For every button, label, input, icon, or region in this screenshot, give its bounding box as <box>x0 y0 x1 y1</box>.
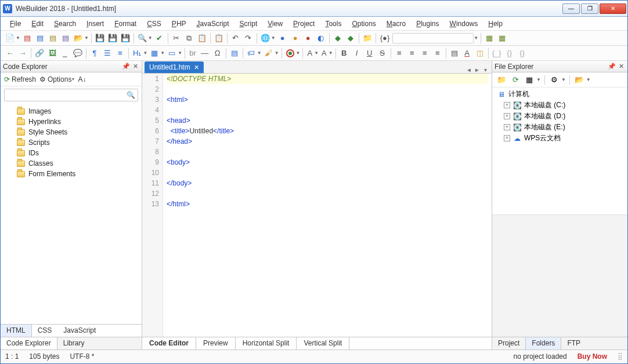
code-explorer-search[interactable]: 🔍 <box>4 89 138 101</box>
menu-help[interactable]: Help <box>483 19 507 29</box>
refresh-button[interactable]: ⟳ Refresh <box>4 75 36 83</box>
lang-tab-javascript[interactable]: JavaScript <box>57 325 102 337</box>
tag-icon[interactable]: 🏷 <box>246 48 257 59</box>
redo-icon[interactable]: ↷ <box>243 32 254 44</box>
menu-macro[interactable]: Macro <box>382 19 410 29</box>
menu-search[interactable]: Search <box>49 19 81 29</box>
upload-icon[interactable]: 📁 <box>362 32 373 44</box>
menu-view[interactable]: View <box>263 19 287 29</box>
search-icon[interactable]: 🔍 <box>136 32 148 44</box>
code-editor[interactable]: 12345678910111213 <!DOCTYPE HTML> <html>… <box>142 74 492 337</box>
omega-icon[interactable]: Ω <box>212 48 223 59</box>
align-left-icon[interactable]: ≡ <box>394 48 405 59</box>
paragraph-icon[interactable]: ¶ <box>89 48 100 59</box>
save-as-icon[interactable]: 💾 <box>120 32 131 44</box>
menu-php[interactable]: PHP <box>167 19 191 29</box>
ul-icon[interactable]: ☰ <box>102 48 113 59</box>
project-tab-project[interactable]: Project <box>492 337 525 350</box>
project-tab-ftp[interactable]: FTP <box>561 337 586 350</box>
dropdown-icon[interactable]: ▼ <box>257 50 262 56</box>
new-css-icon[interactable]: ▤ <box>34 32 46 44</box>
menu-plugins[interactable]: Plugins <box>412 19 443 29</box>
menu-edit[interactable]: Edit <box>27 19 48 29</box>
cut-icon[interactable]: ✂ <box>171 32 182 44</box>
drive-row[interactable]: +☁WPS云文档 <box>495 133 625 144</box>
pin-icon[interactable]: 📌 <box>608 63 616 71</box>
new-file-icon[interactable]: 📄 <box>4 32 16 44</box>
editor-tab[interactable]: Vertical Split <box>297 337 349 350</box>
dropdown-icon[interactable]: ▼ <box>296 50 301 56</box>
bottom-tab[interactable]: Library <box>57 337 91 350</box>
new-js-icon[interactable]: ▤ <box>47 32 59 44</box>
browser2-icon[interactable]: ● <box>290 32 301 44</box>
project-tab-folders[interactable]: Folders <box>525 337 561 350</box>
font-icon[interactable]: A <box>305 48 314 59</box>
dropdown-icon[interactable]: ▼ <box>561 77 566 82</box>
comment-icon[interactable]: 💬 <box>72 48 84 59</box>
new-php-icon[interactable]: ▤ <box>60 32 71 44</box>
tool1-icon[interactable]: ▦ <box>483 32 495 44</box>
search-input[interactable] <box>7 91 127 99</box>
browser4-icon[interactable]: ◐ <box>315 32 327 44</box>
br-icon[interactable]: br <box>187 48 198 59</box>
dropdown-icon[interactable]: ▼ <box>536 77 541 82</box>
open-folder-icon[interactable]: 📂 <box>573 74 585 86</box>
underline-icon[interactable]: U <box>364 48 376 59</box>
color-icon[interactable] <box>284 48 296 59</box>
close-panel-icon[interactable]: ✕ <box>617 63 625 71</box>
italic-icon[interactable]: I <box>351 48 363 59</box>
browser3-icon[interactable]: ● <box>302 32 314 44</box>
editor-tab[interactable]: Horizontal Split <box>236 337 297 350</box>
tool2-icon[interactable]: ▦ <box>496 32 508 44</box>
tree-item[interactable]: Classes <box>1 158 142 169</box>
menu-options[interactable]: Options <box>347 19 380 29</box>
copy-icon[interactable]: ⧉ <box>183 32 195 44</box>
menu-windows[interactable]: Windows <box>445 19 483 29</box>
save-icon[interactable]: 💾 <box>94 32 106 44</box>
code-area[interactable]: <!DOCTYPE HTML> <html> <head> <title>Unt… <box>163 74 492 337</box>
tree-item[interactable]: Images <box>1 106 142 117</box>
save-all-icon[interactable]: 💾 <box>107 32 118 44</box>
brush-icon[interactable]: 🖌 <box>263 48 275 59</box>
brace2-icon[interactable]: {} <box>504 48 515 59</box>
folder-icon[interactable]: 📁 <box>496 74 507 86</box>
tree-item[interactable]: Hyperlinks <box>1 117 142 127</box>
bgcolor-icon[interactable]: ◫ <box>474 48 486 59</box>
preview-icon[interactable]: 🌐 <box>259 32 271 44</box>
heading-icon[interactable]: H₁ <box>131 48 143 59</box>
expand-icon[interactable]: + <box>504 102 510 108</box>
css-icon[interactable]: ▤ <box>229 48 240 59</box>
close-panel-icon[interactable]: ✕ <box>131 63 139 71</box>
expand-icon[interactable]: + <box>504 135 510 141</box>
menu-format[interactable]: Format <box>110 19 141 29</box>
tree-item[interactable]: Scripts <box>1 137 142 148</box>
brace3-icon[interactable]: {} <box>517 48 528 59</box>
menu-javascript[interactable]: JavaScript <box>192 19 234 29</box>
back-icon[interactable]: ← <box>4 48 16 59</box>
search-icon[interactable]: 🔍 <box>127 91 135 99</box>
ol-icon[interactable]: ≡ <box>114 48 126 59</box>
lang-tab-css[interactable]: CSS <box>32 325 58 337</box>
open-icon[interactable]: 📂 <box>73 32 84 44</box>
bottom-tab[interactable]: Code Explorer <box>1 337 57 350</box>
image-icon[interactable]: 🖼 <box>46 48 58 59</box>
view-icon[interactable]: ▦ <box>524 74 535 86</box>
resize-grip-icon[interactable]: ⣿ <box>618 352 623 361</box>
align-justify-icon[interactable]: ≡ <box>432 48 443 59</box>
dropdown-icon[interactable]: ▼ <box>329 50 333 56</box>
validate2-icon[interactable]: ◆ <box>345 32 356 44</box>
dropdown-icon[interactable]: ▼ <box>275 50 279 56</box>
dropdown-icon[interactable]: ▼ <box>84 35 89 41</box>
tree-item[interactable]: Style Sheets <box>1 127 142 137</box>
menu-insert[interactable]: Insert <box>82 19 109 29</box>
tab-next-icon[interactable]: ► <box>473 67 481 73</box>
drive-row[interactable]: +💽本地磁盘 (D:) <box>495 111 625 122</box>
forward-icon[interactable]: → <box>17 48 28 59</box>
document-tab[interactable]: Untitled1.htm ✕ <box>145 61 204 73</box>
pin-icon[interactable]: 📌 <box>122 63 130 71</box>
table-icon[interactable]: ▦ <box>149 48 160 59</box>
tree-root[interactable]: 🖥 计算机 <box>495 89 625 100</box>
browser1-icon[interactable]: ● <box>277 32 288 44</box>
editor-tab[interactable]: Code Editor <box>142 337 196 350</box>
tab-menu-icon[interactable]: ▾ <box>481 67 489 73</box>
